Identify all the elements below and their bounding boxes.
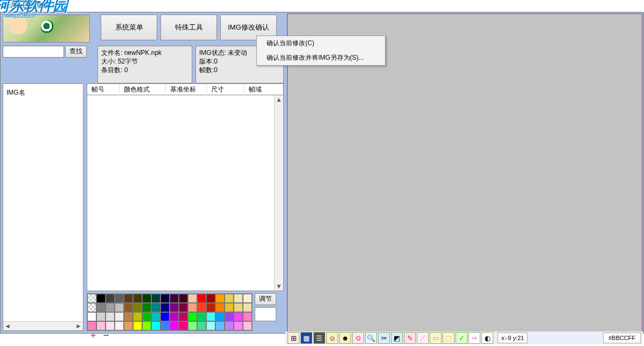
- palette-swatch[interactable]: [124, 312, 133, 321]
- palette-swatch[interactable]: [124, 294, 133, 303]
- palette-swatch[interactable]: [87, 312, 96, 321]
- palette-swatch[interactable]: [142, 321, 151, 330]
- palette-swatch[interactable]: [96, 294, 106, 303]
- palette-swatch[interactable]: [96, 321, 106, 330]
- palette-swatch[interactable]: [170, 303, 179, 312]
- img-list[interactable]: IMG名 ◄►: [3, 83, 83, 331]
- horizontal-scrollbar[interactable]: ◄►: [3, 321, 83, 330]
- palette-swatch[interactable]: [133, 321, 142, 330]
- palette-swatch[interactable]: [124, 321, 133, 330]
- palette-swatch[interactable]: [234, 303, 243, 312]
- tool-eyedrop-icon[interactable]: ✑: [468, 332, 480, 344]
- palette-swatch[interactable]: [106, 321, 115, 330]
- vertical-scrollbar[interactable]: ▲▼: [274, 95, 283, 291]
- tool-flower-icon[interactable]: ✿: [352, 332, 364, 344]
- palette-swatch[interactable]: [96, 303, 106, 312]
- palette-swatch[interactable]: [160, 294, 170, 303]
- palette-swatch[interactable]: [115, 312, 124, 321]
- palette-swatch[interactable]: [234, 321, 243, 330]
- palette-swatch[interactable]: [160, 312, 170, 321]
- palette-swatch[interactable]: [151, 294, 160, 303]
- tool-zoom-icon[interactable]: 🔍: [365, 332, 377, 344]
- palette-swatch[interactable]: [160, 321, 170, 330]
- palette-swatch[interactable]: [170, 312, 179, 321]
- palette-swatch[interactable]: [87, 303, 96, 312]
- palette-swatch[interactable]: [179, 303, 188, 312]
- palette-swatch[interactable]: [106, 294, 115, 303]
- col-frame-no[interactable]: 帧号: [87, 84, 120, 95]
- palette-swatch[interactable]: [133, 294, 142, 303]
- palette-swatch[interactable]: [115, 294, 124, 303]
- tool-cut-icon[interactable]: ✂: [378, 332, 390, 344]
- palette-swatch[interactable]: [234, 294, 243, 303]
- search-button[interactable]: 查找: [65, 46, 87, 58]
- tool-list-icon[interactable]: ☰: [313, 332, 325, 344]
- palette-swatch[interactable]: [197, 303, 206, 312]
- palette-swatch[interactable]: [197, 321, 206, 330]
- palette-swatch[interactable]: [87, 321, 96, 330]
- palette-swatch[interactable]: [206, 294, 215, 303]
- palette-swatch[interactable]: [206, 321, 215, 330]
- tool-pencil-icon[interactable]: ✎: [404, 332, 416, 344]
- palette-swatch[interactable]: [188, 321, 197, 330]
- palette-swatch[interactable]: [188, 303, 197, 312]
- system-menu-button[interactable]: 系统菜单: [101, 15, 157, 40]
- tool-fill-icon[interactable]: ▦: [300, 332, 312, 344]
- tool-face1-icon[interactable]: ☺: [326, 332, 338, 344]
- color-palette[interactable]: [87, 293, 253, 331]
- palette-add-button[interactable]: +: [87, 331, 100, 342]
- tool-contrast-icon[interactable]: ◐: [481, 332, 493, 344]
- palette-swatch[interactable]: [243, 303, 252, 312]
- palette-swatch[interactable]: [115, 321, 124, 330]
- palette-swatch[interactable]: [225, 321, 234, 330]
- palette-swatch[interactable]: [225, 294, 234, 303]
- palette-swatch[interactable]: [215, 312, 225, 321]
- tool-grid-icon[interactable]: ⊞: [288, 332, 299, 344]
- palette-swatch[interactable]: [87, 294, 96, 303]
- palette-swatch[interactable]: [151, 321, 160, 330]
- tool-select-icon[interactable]: ⬚: [443, 332, 454, 344]
- palette-swatch[interactable]: [188, 312, 197, 321]
- palette-remove-button[interactable]: −: [100, 331, 113, 342]
- palette-swatch[interactable]: [96, 312, 106, 321]
- palette-swatch[interactable]: [225, 303, 234, 312]
- palette-swatch[interactable]: [197, 312, 206, 321]
- palette-swatch[interactable]: [170, 294, 179, 303]
- palette-swatch[interactable]: [243, 321, 252, 330]
- palette-swatch[interactable]: [215, 321, 225, 330]
- palette-swatch[interactable]: [225, 312, 234, 321]
- palette-swatch[interactable]: [243, 294, 252, 303]
- palette-swatch[interactable]: [142, 294, 151, 303]
- frame-table-body[interactable]: ▲▼: [87, 95, 284, 291]
- palette-swatch[interactable]: [206, 312, 215, 321]
- palette-swatch[interactable]: [142, 303, 151, 312]
- palette-swatch[interactable]: [206, 303, 215, 312]
- col-frame-domain[interactable]: 帧域: [244, 84, 283, 95]
- col-color-format[interactable]: 颜色格式: [120, 84, 166, 95]
- special-tools-button[interactable]: 特殊工具: [160, 15, 217, 40]
- palette-swatch[interactable]: [243, 312, 252, 321]
- palette-swatch[interactable]: [179, 294, 188, 303]
- current-color-swatch[interactable]: [255, 307, 276, 321]
- palette-swatch[interactable]: [179, 321, 188, 330]
- palette-swatch[interactable]: [133, 312, 142, 321]
- palette-swatch[interactable]: [106, 303, 115, 312]
- palette-swatch[interactable]: [188, 294, 197, 303]
- palette-swatch[interactable]: [197, 294, 206, 303]
- menu-confirm-saveas[interactable]: 确认当前修改并将IMG另存为(S)...: [257, 51, 385, 65]
- palette-swatch[interactable]: [170, 321, 179, 330]
- tool-line-icon[interactable]: ／: [417, 332, 429, 344]
- tool-rect-icon[interactable]: ▭: [430, 332, 442, 344]
- palette-swatch[interactable]: [124, 303, 133, 312]
- palette-swatch[interactable]: [215, 303, 225, 312]
- tool-crop-icon[interactable]: ◩: [391, 332, 403, 344]
- palette-swatch[interactable]: [133, 303, 142, 312]
- search-input[interactable]: [3, 46, 64, 58]
- col-size[interactable]: 尺寸: [207, 84, 244, 95]
- tool-check-icon[interactable]: ✓: [456, 332, 467, 344]
- palette-swatch[interactable]: [160, 303, 170, 312]
- col-base-coord[interactable]: 基准坐标: [166, 84, 207, 95]
- menu-confirm-current[interactable]: 确认当前修改(C): [257, 36, 385, 51]
- palette-swatch[interactable]: [151, 312, 160, 321]
- palette-swatch[interactable]: [151, 303, 160, 312]
